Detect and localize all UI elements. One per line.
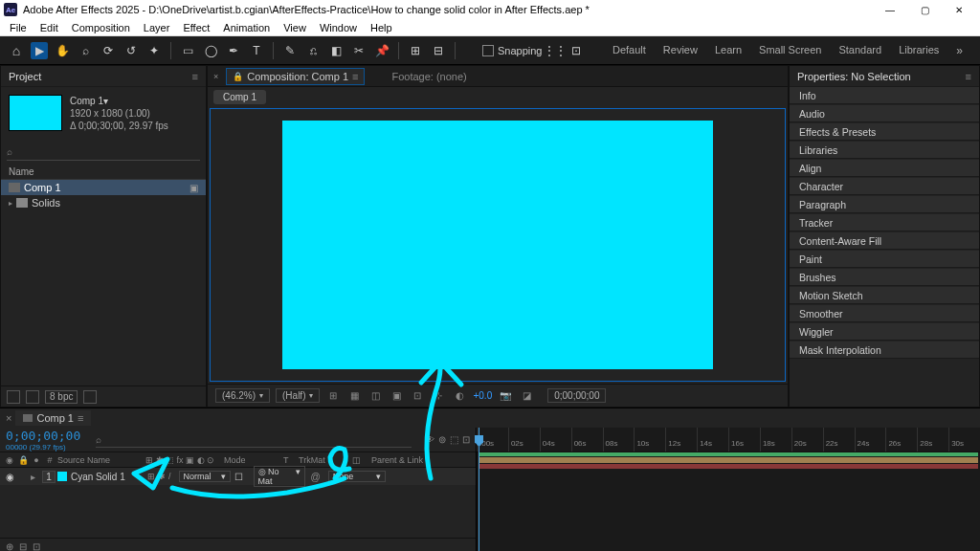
- track-matte-select[interactable]: ◎ No Mat▾: [254, 466, 305, 487]
- snapping-checkbox[interactable]: [482, 45, 494, 56]
- workspace-learn[interactable]: Learn: [715, 44, 742, 57]
- layer-color-swatch[interactable]: [57, 472, 67, 481]
- workspace-more-icon[interactable]: »: [956, 44, 963, 57]
- composition-viewer[interactable]: [210, 108, 786, 382]
- channel-icon[interactable]: ◐: [452, 389, 467, 403]
- workspace-small[interactable]: Small Screen: [759, 44, 821, 57]
- project-bpc-button[interactable]: 8 bpc: [45, 390, 78, 404]
- rotate-tool[interactable]: ↺: [122, 42, 140, 59]
- roto-tool[interactable]: ✂: [350, 42, 368, 59]
- footage-tab[interactable]: Footage: (none): [391, 71, 466, 82]
- panel-menu-icon[interactable]: ≡: [192, 71, 198, 82]
- parent-pickwhip-icon[interactable]: @: [311, 472, 321, 482]
- project-item-comp1[interactable]: Comp 1 ▣: [1, 180, 206, 195]
- panel-brushes[interactable]: Brushes: [790, 269, 979, 286]
- toggle-switches-icon[interactable]: ⊕: [6, 541, 13, 551]
- new-bin-icon[interactable]: [26, 390, 39, 404]
- visibility-toggle[interactable]: ◉: [4, 472, 15, 482]
- maximize-button[interactable]: ▢: [907, 0, 942, 19]
- project-item-solids[interactable]: ▸ Solids: [1, 195, 206, 210]
- orbit-tool[interactable]: ⟳: [100, 42, 117, 59]
- hand-tool[interactable]: ✋: [54, 42, 71, 59]
- show-snapshot-icon[interactable]: ◪: [519, 389, 534, 403]
- menu-help[interactable]: Help: [365, 22, 398, 33]
- panel-paragraph[interactable]: Paragraph: [790, 196, 979, 213]
- new-comp-icon[interactable]: [83, 390, 97, 404]
- workspace-default[interactable]: Default: [612, 44, 646, 57]
- blend-mode-select[interactable]: Normal▾: [179, 471, 231, 482]
- blur-toggle-icon[interactable]: ⊚: [438, 434, 446, 445]
- mask-toggle-icon[interactable]: ◫: [368, 389, 383, 403]
- menu-animation[interactable]: Animation: [217, 22, 276, 33]
- panel-smoother[interactable]: Smoother: [790, 305, 979, 322]
- menu-composition[interactable]: Composition: [66, 22, 136, 33]
- clone-tool[interactable]: ⎌: [304, 42, 322, 59]
- current-time-display[interactable]: 0;00;00;00: [6, 429, 80, 443]
- pen-tool[interactable]: ✒: [225, 42, 242, 59]
- menu-edit[interactable]: Edit: [34, 22, 64, 33]
- puppet-tool[interactable]: 📌: [373, 42, 390, 59]
- panel-info[interactable]: Info: [790, 87, 979, 104]
- workspace-libraries[interactable]: Libraries: [899, 44, 939, 57]
- close-button[interactable]: ✕: [942, 0, 976, 19]
- time-ruler[interactable]: :00s02s 04s06s 08s10s 12s14s 16s18s 20s2…: [477, 428, 980, 452]
- comp-thumbnail[interactable]: [9, 95, 62, 131]
- menu-window[interactable]: Window: [314, 22, 363, 33]
- region-icon[interactable]: ▣: [389, 389, 404, 403]
- panel-wiggler[interactable]: Wiggler: [790, 323, 979, 341]
- toggle-modes-icon[interactable]: ⊟: [19, 541, 27, 551]
- eraser-tool[interactable]: ◧: [327, 42, 345, 59]
- interpret-footage-icon[interactable]: [7, 390, 20, 404]
- menu-layer[interactable]: Layer: [138, 22, 176, 33]
- fast-preview-icon[interactable]: ⊞: [325, 389, 341, 403]
- panel-libraries[interactable]: Libraries: [790, 142, 979, 159]
- timeline-track-area[interactable]: :00s02s 04s06s 08s10s 12s14s 16s18s 20s2…: [477, 428, 980, 551]
- layer-name[interactable]: Cyan Solid 1: [69, 472, 145, 482]
- shy-icon[interactable]: ⊞: [147, 472, 155, 481]
- panel-align[interactable]: Align: [790, 160, 979, 177]
- panel-menu-icon[interactable]: ≡: [966, 71, 971, 82]
- timeline-search-input[interactable]: ⌕: [96, 432, 412, 448]
- shape-ellipse-tool[interactable]: ◯: [202, 42, 219, 59]
- menu-effect[interactable]: Effect: [177, 22, 215, 33]
- exposure-value[interactable]: +0.0: [473, 390, 492, 401]
- viewer-timecode[interactable]: 0;00;00;00: [547, 388, 606, 403]
- panel-paint[interactable]: Paint: [790, 251, 979, 268]
- panel-tracker[interactable]: Tracker: [790, 214, 979, 231]
- type-tool[interactable]: T: [248, 42, 265, 59]
- brush-tool[interactable]: ✎: [281, 42, 299, 59]
- align-icon[interactable]: ⊞: [407, 42, 424, 59]
- anchor-tool[interactable]: ✦: [145, 42, 163, 59]
- project-search-input[interactable]: ⌕: [7, 143, 200, 161]
- panel-character[interactable]: Character: [790, 178, 979, 195]
- collapse-icon[interactable]: ✱: [158, 472, 166, 481]
- playhead[interactable]: [479, 428, 479, 551]
- snap-grid-icon[interactable]: ⊡: [568, 42, 585, 59]
- grid-icon[interactable]: ⊡: [410, 389, 425, 403]
- comp-flowchart-tab[interactable]: Comp 1: [213, 90, 266, 104]
- parent-select[interactable]: None▾: [328, 471, 386, 482]
- snap-opts-icon[interactable]: ⋮⋮: [546, 42, 564, 59]
- resolution-select[interactable]: (Half)▾: [276, 388, 320, 403]
- graph-icon[interactable]: ⬚: [450, 434, 458, 445]
- transparency-grid-icon[interactable]: ▦: [346, 389, 362, 403]
- workspace-review[interactable]: Review: [663, 44, 698, 57]
- zoom-tool[interactable]: ⌕: [77, 42, 94, 59]
- zoom-select[interactable]: (46.2%)▾: [215, 388, 270, 403]
- timeline-tab[interactable]: Comp 1 ≡: [15, 410, 91, 426]
- menu-file[interactable]: File: [4, 22, 33, 33]
- composition-tab[interactable]: 🔒 Composition: Comp 1 ≡: [226, 68, 365, 85]
- panel-mask-interp[interactable]: Mask Interpolation: [790, 342, 979, 359]
- panel-effects[interactable]: Effects & Presets: [790, 123, 979, 141]
- panel-audio[interactable]: Audio: [790, 105, 979, 122]
- panel-motion-sketch[interactable]: Motion Sketch: [790, 287, 979, 304]
- layer-track[interactable]: [477, 456, 980, 470]
- toggle-av-icon[interactable]: ⊡: [33, 541, 40, 551]
- workspace-standard[interactable]: Standard: [838, 44, 881, 57]
- panel-caf[interactable]: Content-Aware Fill: [790, 232, 979, 250]
- shape-rect-tool[interactable]: ▭: [179, 42, 196, 59]
- switch-icon[interactable]: ⊡: [462, 434, 470, 445]
- shy-toggle-icon[interactable]: 👁: [425, 434, 434, 445]
- guides-icon[interactable]: ⊹: [431, 389, 446, 403]
- menu-view[interactable]: View: [278, 22, 312, 33]
